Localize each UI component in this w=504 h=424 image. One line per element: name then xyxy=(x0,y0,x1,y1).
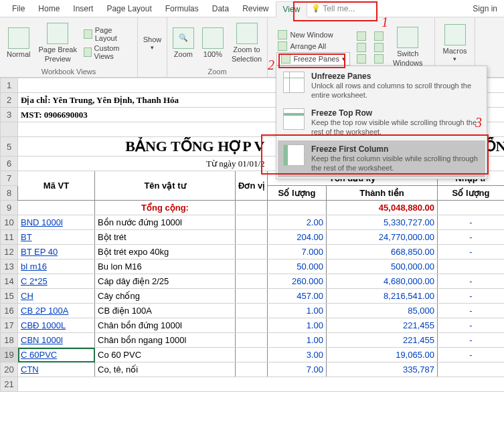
cell-dvi[interactable] xyxy=(236,215,268,230)
cell-tt[interactable]: 24,770,000.00 xyxy=(327,230,438,245)
cell-sl[interactable]: 1.00 xyxy=(268,304,327,318)
cell-ten[interactable]: Bồn nước đứng 1000l xyxy=(95,215,236,230)
row-header[interactable]: 20 xyxy=(1,362,18,377)
switch-windows-button[interactable]: Switch Windows xyxy=(390,25,426,68)
hide-button[interactable] xyxy=(355,42,367,53)
cell-nt[interactable] xyxy=(438,362,505,377)
cell-ma[interactable]: bl m16 xyxy=(18,259,95,274)
row-header[interactable]: 11 xyxy=(1,230,18,245)
row-header[interactable]: 6 xyxy=(1,156,18,171)
cell-dvi[interactable] xyxy=(236,289,268,304)
cell-tt[interactable]: 19,065.00 xyxy=(327,348,438,362)
col-header-ma-vt[interactable]: Mã VT xyxy=(18,171,95,201)
cell-ma[interactable]: C 60PVC xyxy=(18,348,95,362)
row-header[interactable]: 19 xyxy=(1,348,18,362)
unhide-button[interactable] xyxy=(355,54,367,64)
cell-sl[interactable]: 3.00 xyxy=(268,348,327,362)
cell-ma[interactable]: BT xyxy=(18,230,95,245)
freeze-panes-button[interactable]: Freeze Panes▾ xyxy=(276,52,349,66)
row-header[interactable]: 5 xyxy=(1,137,18,156)
zoom-button[interactable]: 🔍 Zoom xyxy=(170,26,197,60)
cell-ten[interactable]: Co, tê, nối xyxy=(95,362,236,377)
cell-tt[interactable]: 221,455 xyxy=(327,318,438,333)
cell-dvi[interactable] xyxy=(236,259,268,274)
custom-views-button[interactable]: Custom Views xyxy=(82,43,133,61)
cell-nt[interactable]: - xyxy=(438,215,505,230)
col-header-so-luong-2[interactable]: Số lượng xyxy=(438,186,505,201)
cell-ma[interactable]: CTN xyxy=(18,362,95,377)
row-header[interactable]: 17 xyxy=(1,318,18,333)
cell-nt[interactable]: - xyxy=(438,274,505,289)
cell-sl[interactable]: 204.00 xyxy=(268,230,327,245)
cell-ma[interactable]: CBN 1000l xyxy=(18,333,95,348)
cell-dvi[interactable] xyxy=(236,362,268,377)
cell-sl[interactable]: 7.000 xyxy=(268,245,327,259)
tell-me[interactable]: 💡Tell me... xyxy=(311,4,355,13)
row-header[interactable]: 21 xyxy=(1,377,18,392)
cell-date[interactable]: Từ ngày 01/01/2 xyxy=(18,156,268,171)
cell-dvi[interactable] xyxy=(236,304,268,318)
col-header-so-luong[interactable]: Số lượng xyxy=(268,186,327,201)
page-layout-button[interactable]: Page Layout xyxy=(82,25,133,43)
cell-title[interactable]: BẢNG TỔNG HỢP V xyxy=(18,137,268,156)
row-header[interactable]: 10 xyxy=(1,215,18,230)
sign-in[interactable]: Sign in xyxy=(466,1,504,16)
tab-data[interactable]: Data xyxy=(205,1,236,16)
cell-ma[interactable]: CH xyxy=(18,289,95,304)
row-header[interactable]: 7 xyxy=(1,171,18,186)
tab-view[interactable]: View xyxy=(276,1,308,17)
cell-ten[interactable]: Chân bồn đứng 1000l xyxy=(95,318,236,333)
cell-tong-cong[interactable]: Tổng cộng: xyxy=(95,201,236,215)
cell-nt[interactable]: - xyxy=(438,304,505,318)
cell-ten[interactable]: Chân bồn ngang 1000l xyxy=(95,333,236,348)
tab-review[interactable]: Review xyxy=(236,1,275,16)
arrange-all-button[interactable]: Arrange All xyxy=(276,41,349,51)
split-button[interactable] xyxy=(355,31,367,41)
col-header-thanh-tien[interactable]: Thành tiền xyxy=(327,186,438,201)
cell-ten[interactable]: Bột trét xyxy=(95,230,236,245)
cell-ma[interactable]: BND 1000l xyxy=(18,215,95,230)
cell-ma[interactable]: BT EP 40 xyxy=(18,245,95,259)
cell-tt[interactable]: 668,850.00 xyxy=(327,245,438,259)
cell-ma[interactable]: CB 2P 100A xyxy=(18,304,95,318)
row-header[interactable]: 16 xyxy=(1,304,18,318)
cell-sl[interactable]: 260.000 xyxy=(268,274,327,289)
cell-tt[interactable]: 4,680,000.00 xyxy=(327,274,438,289)
row-header[interactable]: 13 xyxy=(1,259,18,274)
cell-sl[interactable]: 1.00 xyxy=(268,333,327,348)
cell-dvi[interactable] xyxy=(236,333,268,348)
zoom-100-button[interactable]: 100% xyxy=(199,26,226,60)
cell-sl[interactable]: 457.00 xyxy=(268,289,327,304)
macros-button[interactable]: Macros▾ xyxy=(440,23,469,64)
cell-sl[interactable]: 50.000 xyxy=(268,259,327,274)
cell-dvi[interactable] xyxy=(236,230,268,245)
cell-ten[interactable]: CB điện 100A xyxy=(95,304,236,318)
cell-dvi[interactable] xyxy=(236,245,268,259)
tab-page-layout[interactable]: Page Layout xyxy=(100,1,158,16)
cell-tt[interactable]: 8,216,541.00 xyxy=(327,289,438,304)
row-header[interactable]: 12 xyxy=(1,245,18,259)
cell-ten[interactable]: Bột trét expo 40kg xyxy=(95,245,236,259)
tab-file[interactable]: File xyxy=(5,1,31,16)
cell-dvi[interactable] xyxy=(236,318,268,333)
row-header[interactable]: 15 xyxy=(1,289,18,304)
cell-tong-value[interactable]: 45,048,880.00 xyxy=(327,201,438,215)
cell-nt[interactable] xyxy=(438,259,505,274)
new-window-button[interactable]: New Window xyxy=(276,29,349,40)
row-header[interactable]: 3 xyxy=(1,108,18,122)
row-header[interactable]: 9 xyxy=(1,201,18,215)
cell-nt[interactable]: - xyxy=(438,348,505,362)
col-header-ten-vt[interactable]: Tên vật tư xyxy=(95,171,236,201)
tab-insert[interactable]: Insert xyxy=(66,1,100,16)
freeze-first-column-item[interactable]: Freeze First Column Keep the first colum… xyxy=(278,140,485,177)
cell-tt[interactable]: 500,000.00 xyxy=(327,259,438,274)
cell-sl[interactable]: 7.00 xyxy=(268,362,327,377)
cell-tt[interactable]: 5,330,727.00 xyxy=(327,215,438,230)
row-header[interactable]: 18 xyxy=(1,333,18,348)
cell-ten[interactable]: Bu lon M16 xyxy=(95,259,236,274)
cell-dvi[interactable] xyxy=(236,348,268,362)
row-header[interactable]: 8 xyxy=(1,186,18,201)
cell-nt[interactable]: - xyxy=(438,289,505,304)
row-header[interactable]: 1 xyxy=(1,78,18,93)
cell-nt[interactable]: - xyxy=(438,318,505,333)
